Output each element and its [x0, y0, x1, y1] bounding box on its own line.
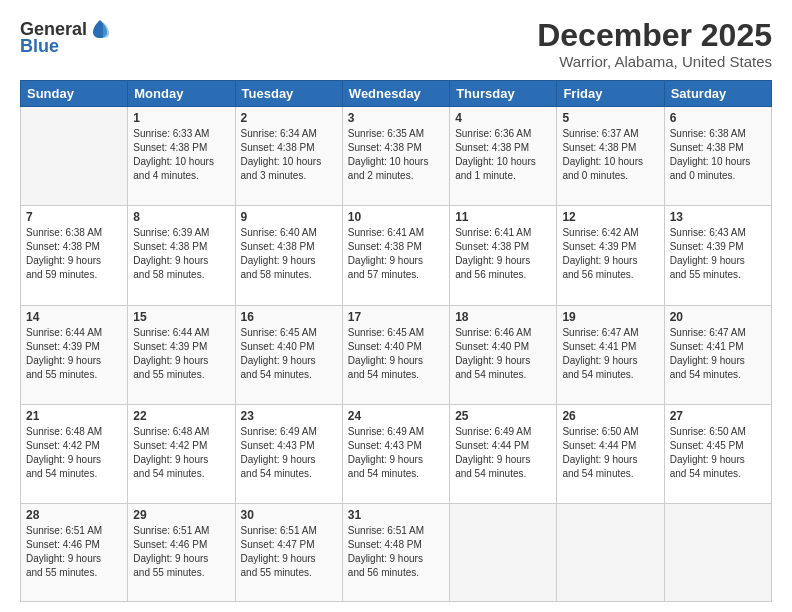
day-info: Sunrise: 6:41 AM Sunset: 4:38 PM Dayligh…: [455, 226, 551, 282]
header-row: Sunday Monday Tuesday Wednesday Thursday…: [21, 81, 772, 107]
day-info: Sunrise: 6:41 AM Sunset: 4:38 PM Dayligh…: [348, 226, 444, 282]
day-cell: 26Sunrise: 6:50 AM Sunset: 4:44 PM Dayli…: [557, 404, 664, 503]
day-cell: 16Sunrise: 6:45 AM Sunset: 4:40 PM Dayli…: [235, 305, 342, 404]
day-number: 24: [348, 409, 444, 423]
day-info: Sunrise: 6:40 AM Sunset: 4:38 PM Dayligh…: [241, 226, 337, 282]
day-info: Sunrise: 6:48 AM Sunset: 4:42 PM Dayligh…: [133, 425, 229, 481]
day-number: 18: [455, 310, 551, 324]
day-info: Sunrise: 6:51 AM Sunset: 4:46 PM Dayligh…: [26, 524, 122, 580]
day-info: Sunrise: 6:50 AM Sunset: 4:45 PM Dayligh…: [670, 425, 766, 481]
col-monday: Monday: [128, 81, 235, 107]
day-number: 8: [133, 210, 229, 224]
day-number: 31: [348, 508, 444, 522]
day-cell: 12Sunrise: 6:42 AM Sunset: 4:39 PM Dayli…: [557, 206, 664, 305]
day-cell: 5Sunrise: 6:37 AM Sunset: 4:38 PM Daylig…: [557, 107, 664, 206]
calendar-subtitle: Warrior, Alabama, United States: [537, 53, 772, 70]
day-number: 12: [562, 210, 658, 224]
day-number: 27: [670, 409, 766, 423]
col-friday: Friday: [557, 81, 664, 107]
day-cell: 30Sunrise: 6:51 AM Sunset: 4:47 PM Dayli…: [235, 504, 342, 602]
day-cell: 28Sunrise: 6:51 AM Sunset: 4:46 PM Dayli…: [21, 504, 128, 602]
day-info: Sunrise: 6:44 AM Sunset: 4:39 PM Dayligh…: [26, 326, 122, 382]
day-number: 5: [562, 111, 658, 125]
day-cell: 19Sunrise: 6:47 AM Sunset: 4:41 PM Dayli…: [557, 305, 664, 404]
col-saturday: Saturday: [664, 81, 771, 107]
day-cell: 21Sunrise: 6:48 AM Sunset: 4:42 PM Dayli…: [21, 404, 128, 503]
day-number: 14: [26, 310, 122, 324]
day-info: Sunrise: 6:44 AM Sunset: 4:39 PM Dayligh…: [133, 326, 229, 382]
day-number: 15: [133, 310, 229, 324]
col-wednesday: Wednesday: [342, 81, 449, 107]
day-cell: 3Sunrise: 6:35 AM Sunset: 4:38 PM Daylig…: [342, 107, 449, 206]
col-thursday: Thursday: [450, 81, 557, 107]
day-info: Sunrise: 6:49 AM Sunset: 4:43 PM Dayligh…: [241, 425, 337, 481]
day-info: Sunrise: 6:47 AM Sunset: 4:41 PM Dayligh…: [562, 326, 658, 382]
day-number: 3: [348, 111, 444, 125]
day-number: 29: [133, 508, 229, 522]
day-cell: 23Sunrise: 6:49 AM Sunset: 4:43 PM Dayli…: [235, 404, 342, 503]
day-info: Sunrise: 6:51 AM Sunset: 4:48 PM Dayligh…: [348, 524, 444, 580]
day-info: Sunrise: 6:33 AM Sunset: 4:38 PM Dayligh…: [133, 127, 229, 183]
day-cell: 6Sunrise: 6:38 AM Sunset: 4:38 PM Daylig…: [664, 107, 771, 206]
calendar-title: December 2025: [537, 18, 772, 53]
day-cell: 18Sunrise: 6:46 AM Sunset: 4:40 PM Dayli…: [450, 305, 557, 404]
day-cell: [21, 107, 128, 206]
week-row-5: 28Sunrise: 6:51 AM Sunset: 4:46 PM Dayli…: [21, 504, 772, 602]
calendar-table: Sunday Monday Tuesday Wednesday Thursday…: [20, 80, 772, 602]
day-number: 17: [348, 310, 444, 324]
day-cell: 20Sunrise: 6:47 AM Sunset: 4:41 PM Dayli…: [664, 305, 771, 404]
day-number: 20: [670, 310, 766, 324]
day-info: Sunrise: 6:49 AM Sunset: 4:43 PM Dayligh…: [348, 425, 444, 481]
day-cell: 8Sunrise: 6:39 AM Sunset: 4:38 PM Daylig…: [128, 206, 235, 305]
day-info: Sunrise: 6:34 AM Sunset: 4:38 PM Dayligh…: [241, 127, 337, 183]
logo: General Blue: [20, 18, 111, 57]
day-number: 28: [26, 508, 122, 522]
header: General Blue December 2025 Warrior, Alab…: [20, 18, 772, 70]
day-info: Sunrise: 6:38 AM Sunset: 4:38 PM Dayligh…: [26, 226, 122, 282]
day-info: Sunrise: 6:50 AM Sunset: 4:44 PM Dayligh…: [562, 425, 658, 481]
day-info: Sunrise: 6:37 AM Sunset: 4:38 PM Dayligh…: [562, 127, 658, 183]
day-info: Sunrise: 6:46 AM Sunset: 4:40 PM Dayligh…: [455, 326, 551, 382]
day-info: Sunrise: 6:51 AM Sunset: 4:47 PM Dayligh…: [241, 524, 337, 580]
week-row-4: 21Sunrise: 6:48 AM Sunset: 4:42 PM Dayli…: [21, 404, 772, 503]
day-cell: [557, 504, 664, 602]
page: General Blue December 2025 Warrior, Alab…: [0, 0, 792, 612]
day-cell: 4Sunrise: 6:36 AM Sunset: 4:38 PM Daylig…: [450, 107, 557, 206]
day-cell: [450, 504, 557, 602]
day-number: 25: [455, 409, 551, 423]
day-info: Sunrise: 6:47 AM Sunset: 4:41 PM Dayligh…: [670, 326, 766, 382]
day-cell: 14Sunrise: 6:44 AM Sunset: 4:39 PM Dayli…: [21, 305, 128, 404]
day-info: Sunrise: 6:43 AM Sunset: 4:39 PM Dayligh…: [670, 226, 766, 282]
day-cell: 25Sunrise: 6:49 AM Sunset: 4:44 PM Dayli…: [450, 404, 557, 503]
day-info: Sunrise: 6:36 AM Sunset: 4:38 PM Dayligh…: [455, 127, 551, 183]
day-info: Sunrise: 6:39 AM Sunset: 4:38 PM Dayligh…: [133, 226, 229, 282]
day-number: 2: [241, 111, 337, 125]
day-number: 19: [562, 310, 658, 324]
day-number: 13: [670, 210, 766, 224]
day-number: 22: [133, 409, 229, 423]
day-cell: 15Sunrise: 6:44 AM Sunset: 4:39 PM Dayli…: [128, 305, 235, 404]
day-number: 21: [26, 409, 122, 423]
day-number: 9: [241, 210, 337, 224]
day-number: 4: [455, 111, 551, 125]
week-row-2: 7Sunrise: 6:38 AM Sunset: 4:38 PM Daylig…: [21, 206, 772, 305]
day-number: 16: [241, 310, 337, 324]
day-number: 10: [348, 210, 444, 224]
day-cell: 31Sunrise: 6:51 AM Sunset: 4:48 PM Dayli…: [342, 504, 449, 602]
day-info: Sunrise: 6:45 AM Sunset: 4:40 PM Dayligh…: [348, 326, 444, 382]
day-info: Sunrise: 6:42 AM Sunset: 4:39 PM Dayligh…: [562, 226, 658, 282]
week-row-3: 14Sunrise: 6:44 AM Sunset: 4:39 PM Dayli…: [21, 305, 772, 404]
day-info: Sunrise: 6:35 AM Sunset: 4:38 PM Dayligh…: [348, 127, 444, 183]
day-cell: 7Sunrise: 6:38 AM Sunset: 4:38 PM Daylig…: [21, 206, 128, 305]
day-info: Sunrise: 6:51 AM Sunset: 4:46 PM Dayligh…: [133, 524, 229, 580]
day-number: 11: [455, 210, 551, 224]
title-block: December 2025 Warrior, Alabama, United S…: [537, 18, 772, 70]
day-number: 23: [241, 409, 337, 423]
day-cell: 17Sunrise: 6:45 AM Sunset: 4:40 PM Dayli…: [342, 305, 449, 404]
day-cell: 1Sunrise: 6:33 AM Sunset: 4:38 PM Daylig…: [128, 107, 235, 206]
col-tuesday: Tuesday: [235, 81, 342, 107]
day-cell: 10Sunrise: 6:41 AM Sunset: 4:38 PM Dayli…: [342, 206, 449, 305]
col-sunday: Sunday: [21, 81, 128, 107]
day-number: 30: [241, 508, 337, 522]
day-number: 6: [670, 111, 766, 125]
